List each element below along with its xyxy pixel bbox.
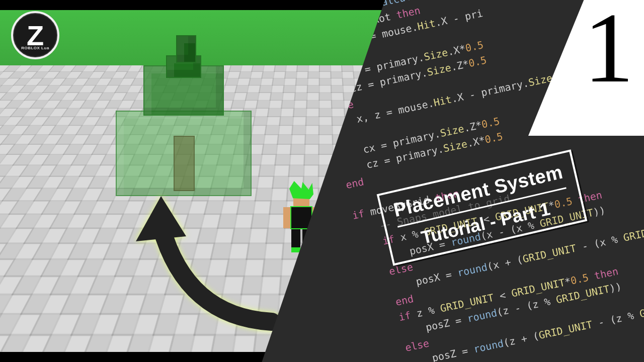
curved-arrow-icon [126, 186, 287, 337]
svg-marker-0 [136, 196, 186, 241]
part-number: 1 [584, 0, 634, 105]
placement-ghost-model [116, 35, 252, 186]
logo-subtitle: ROBLOX Lua [21, 46, 49, 50]
channel-logo: Z ROBLOX Lua [11, 11, 59, 59]
